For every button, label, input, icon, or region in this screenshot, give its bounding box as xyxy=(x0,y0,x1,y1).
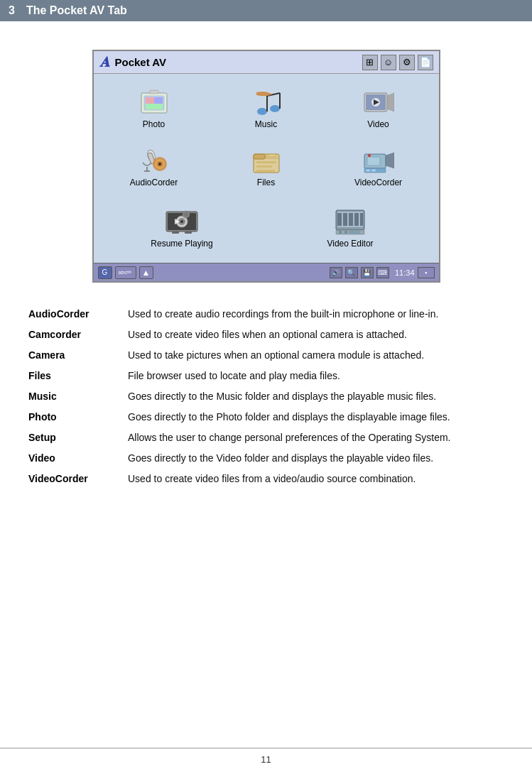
svg-marker-30 xyxy=(386,153,394,168)
app-videoeditor[interactable]: Video Editor xyxy=(269,202,432,254)
music-label: Music xyxy=(255,119,277,129)
taskbar-left: G abc✏ ▲ xyxy=(98,266,153,279)
term-row: PhotoGoes directly to the Photo folder a… xyxy=(28,407,504,427)
term-definition: Used to create video files when an optio… xyxy=(128,325,504,345)
app-videocorder[interactable]: VideoCorder xyxy=(325,141,432,193)
taskbar-icon-media2[interactable]: 🔍 xyxy=(345,267,358,278)
term-row: FilesFile browser used to locate and pla… xyxy=(28,366,504,386)
page-number: 11 xyxy=(261,754,271,765)
svg-rect-27 xyxy=(256,165,272,168)
term-label: Camcorder xyxy=(28,325,128,345)
term-definition: Used to create video files from a video/… xyxy=(128,469,504,489)
term-definition: Goes directly to the Photo folder and di… xyxy=(128,407,504,427)
svg-rect-4 xyxy=(146,104,163,109)
term-definition: File browser used to locate and play med… xyxy=(128,366,504,386)
titlebar-icon-4[interactable]: 📄 xyxy=(418,55,433,70)
svg-rect-26 xyxy=(256,161,276,163)
page-footer: 11 xyxy=(0,748,532,765)
files-label: Files xyxy=(257,178,275,187)
taskbar-icon-media3[interactable]: 💾 xyxy=(361,267,374,278)
term-label: AudioCorder xyxy=(28,304,128,325)
term-definition: Used to create audio recordings from the… xyxy=(128,304,504,325)
screenshot-container: 𝐀 Pocket AV ⊞ ☺ ⚙ 📄 xyxy=(28,50,504,283)
svg-point-7 xyxy=(270,105,280,112)
apps-grid-row1: Photo Music xyxy=(94,74,439,202)
term-row: MusicGoes directly to the Music folder a… xyxy=(28,386,504,407)
photo-label: Photo xyxy=(143,119,165,129)
taskbar-icon-abc[interactable]: abc✏ xyxy=(115,266,136,279)
pocket-av-window: 𝐀 Pocket AV ⊞ ☺ ⚙ 📄 xyxy=(92,50,440,283)
svg-rect-47 xyxy=(337,213,342,226)
term-label: Photo xyxy=(28,407,128,427)
svg-rect-41 xyxy=(172,231,179,234)
svg-rect-3 xyxy=(154,97,163,104)
svg-point-53 xyxy=(339,231,342,234)
audiocorder-label: AudioCorder xyxy=(130,178,178,187)
svg-rect-42 xyxy=(185,231,192,234)
term-label: Setup xyxy=(28,427,128,448)
svg-rect-50 xyxy=(354,213,359,226)
taskbar-time: 11:34 xyxy=(395,268,415,277)
titlebar-left: 𝐀 Pocket AV xyxy=(99,54,167,70)
term-label: VideoCorder xyxy=(28,469,128,489)
terms-table: AudioCorderUsed to create audio recordin… xyxy=(28,304,504,489)
titlebar-icon-1[interactable]: ⊞ xyxy=(362,55,378,70)
term-row: VideoCorderUsed to create video files fr… xyxy=(28,469,504,489)
pocket-av-title-text: Pocket AV xyxy=(115,56,167,68)
svg-rect-34 xyxy=(366,170,370,172)
resumeplaying-icon xyxy=(165,207,199,236)
app-photo[interactable]: Photo xyxy=(101,82,207,135)
titlebar-icons: ⊞ ☺ ⚙ 📄 xyxy=(362,55,433,70)
app-video[interactable]: Video xyxy=(325,82,432,135)
chapter-title: The Pocket AV Tab xyxy=(26,4,127,17)
app-resumeplaying[interactable]: Resume Playing xyxy=(101,202,264,254)
taskbar-icon-arrow[interactable]: ▲ xyxy=(139,266,153,279)
taskbar-right: 🔊 🔍 💾 ⌨ 11:34 ▪ xyxy=(330,267,435,278)
main-content: 𝐀 Pocket AV ⊞ ☺ ⚙ 📄 xyxy=(0,21,532,518)
video-icon xyxy=(362,88,396,116)
term-row: AudioCorderUsed to create audio recordin… xyxy=(28,304,504,325)
files-icon xyxy=(249,146,283,175)
svg-rect-5 xyxy=(150,90,158,94)
svg-rect-48 xyxy=(343,213,347,226)
svg-rect-31 xyxy=(367,157,380,165)
taskbar-icon-media4[interactable]: ⌨ xyxy=(376,267,389,278)
svg-rect-25 xyxy=(254,154,265,159)
term-row: VideoGoes directly to the Video folder a… xyxy=(28,448,504,469)
svg-rect-49 xyxy=(349,213,353,226)
term-label: Files xyxy=(28,366,128,386)
videocorder-icon xyxy=(362,146,396,175)
term-row: CameraUsed to take pictures when an opti… xyxy=(28,345,504,366)
chapter-header: 3 The Pocket AV Tab xyxy=(0,0,532,21)
app-music[interactable]: Music xyxy=(213,82,320,135)
svg-point-40 xyxy=(180,220,183,223)
apps-grid-row3: Resume Playing xyxy=(94,202,439,263)
pocket-av-logo-icon: 𝐀 xyxy=(99,54,109,70)
videoeditor-label: Video Editor xyxy=(327,239,373,249)
titlebar-icon-3[interactable]: ⚙ xyxy=(399,55,415,70)
svg-rect-2 xyxy=(146,97,154,104)
chapter-number: 3 xyxy=(9,4,15,17)
svg-rect-28 xyxy=(256,170,275,172)
audiocorder-icon xyxy=(137,146,171,175)
svg-rect-55 xyxy=(349,231,360,234)
term-label: Music xyxy=(28,386,128,407)
term-row: CamcorderUsed to create video files when… xyxy=(28,325,504,345)
app-audiocorder[interactable]: AudioCorder xyxy=(101,141,207,193)
svg-point-6 xyxy=(257,108,267,115)
svg-rect-51 xyxy=(360,213,363,226)
svg-marker-13 xyxy=(387,93,394,111)
taskbar-icon-g[interactable]: G xyxy=(98,266,112,279)
term-definition: Allows the user to change personal prefe… xyxy=(128,427,504,448)
term-definition: Goes directly to the Music folder and di… xyxy=(128,386,504,407)
taskbar-icon-media1[interactable]: 🔊 xyxy=(330,267,342,278)
resumeplaying-label: Resume Playing xyxy=(151,239,212,249)
video-label: Video xyxy=(367,119,389,129)
svg-point-54 xyxy=(344,231,347,234)
titlebar-icon-2[interactable]: ☺ xyxy=(381,55,396,70)
music-icon xyxy=(249,88,283,116)
photo-icon xyxy=(137,88,171,116)
term-definition: Goes directly to the Video folder and di… xyxy=(128,448,504,469)
pocket-av-titlebar: 𝐀 Pocket AV ⊞ ☺ ⚙ 📄 xyxy=(94,51,439,74)
app-files[interactable]: Files xyxy=(213,141,320,193)
